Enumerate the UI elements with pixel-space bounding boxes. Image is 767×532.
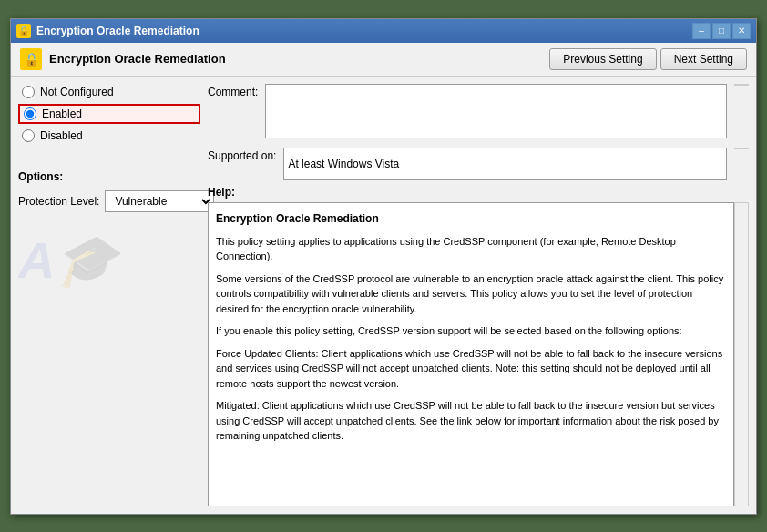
help-p4: Force Updated Clients: Client applicatio… <box>216 346 726 392</box>
header-title: Encryption Oracle Remediation <box>49 52 542 66</box>
main-content: Not Configured Enabled Disabled Options:… <box>11 77 756 514</box>
window-icon: 🔒 <box>16 24 31 38</box>
watermark: A🎓 <box>18 230 118 291</box>
not-configured-radio[interactable] <box>22 86 35 98</box>
supported-label: Supported on: <box>208 148 276 162</box>
supported-scrollbar[interactable] <box>734 148 749 149</box>
header-row: 🔒 Encryption Oracle Remediation Previous… <box>11 43 756 77</box>
comment-textarea[interactable] <box>265 84 727 138</box>
comment-scrollbar[interactable] <box>734 84 749 86</box>
help-p2: Some versions of the CredSSP protocol ar… <box>216 271 726 317</box>
comment-label: Comment: <box>208 84 258 98</box>
help-p5: Mitigated: Client applications which use… <box>216 398 726 444</box>
left-panel: Not Configured Enabled Disabled Options:… <box>18 84 200 506</box>
header-icon: 🔒 <box>20 48 42 70</box>
bottom-columns: Help: Encryption Oracle Remediation This… <box>208 186 749 506</box>
title-bar-left: 🔒 Encryption Oracle Remediation <box>16 24 199 38</box>
supported-value: At least Windows Vista <box>283 148 727 180</box>
enabled-option[interactable]: Enabled <box>18 104 200 124</box>
help-section: Help: Encryption Oracle Remediation This… <box>208 186 749 506</box>
protection-level-label: Protection Level: <box>18 195 99 208</box>
help-scrollbar[interactable] <box>734 202 749 506</box>
not-configured-option[interactable]: Not Configured <box>18 84 200 100</box>
watermark-area: A🎓 <box>18 221 200 506</box>
not-configured-label: Not Configured <box>40 86 114 98</box>
next-setting-button[interactable]: Next Setting <box>660 48 747 70</box>
divider <box>18 159 200 159</box>
supported-text: At least Windows Vista <box>288 158 399 170</box>
options-section: Options: Protection Level: Vulnerable Mi… <box>18 170 200 212</box>
title-bar: 🔒 Encryption Oracle Remediation – □ ✕ <box>11 19 756 43</box>
previous-setting-button[interactable]: Previous Setting <box>549 48 656 70</box>
restore-button[interactable]: □ <box>712 23 731 39</box>
enabled-label: Enabled <box>42 107 82 120</box>
protection-row: Protection Level: Vulnerable Mitigated F… <box>18 190 200 212</box>
help-label: Help: <box>208 186 749 199</box>
right-panel: Comment: Supported on: At least Windows … <box>208 84 749 506</box>
help-p1: This policy setting applies to applicati… <box>216 234 726 264</box>
supported-section: Supported on: At least Windows Vista <box>208 148 749 180</box>
header-buttons: Previous Setting Next Setting <box>549 48 747 70</box>
options-label: Options: <box>18 170 200 183</box>
protection-level-select[interactable]: Vulnerable Mitigated Force Updated Clien… <box>105 190 214 212</box>
help-p3: If you enable this policy setting, CredS… <box>216 323 726 339</box>
disabled-label: Disabled <box>40 129 83 142</box>
disabled-option[interactable]: Disabled <box>18 128 200 144</box>
main-window: 🔒 Encryption Oracle Remediation – □ ✕ 🔒 … <box>10 18 757 515</box>
window-title: Encryption Oracle Remediation <box>36 25 199 37</box>
enabled-radio[interactable] <box>24 107 36 120</box>
help-heading: Encryption Oracle Remediation <box>216 210 726 227</box>
title-bar-controls: – □ ✕ <box>692 23 751 39</box>
comment-section: Comment: <box>208 84 749 138</box>
radio-group: Not Configured Enabled Disabled <box>18 84 200 144</box>
help-content: Encryption Oracle Remediation This polic… <box>208 202 734 506</box>
close-button[interactable]: ✕ <box>732 23 751 39</box>
minimize-button[interactable]: – <box>692 23 711 39</box>
help-box-wrapper: Encryption Oracle Remediation This polic… <box>208 202 749 506</box>
disabled-radio[interactable] <box>22 129 35 142</box>
